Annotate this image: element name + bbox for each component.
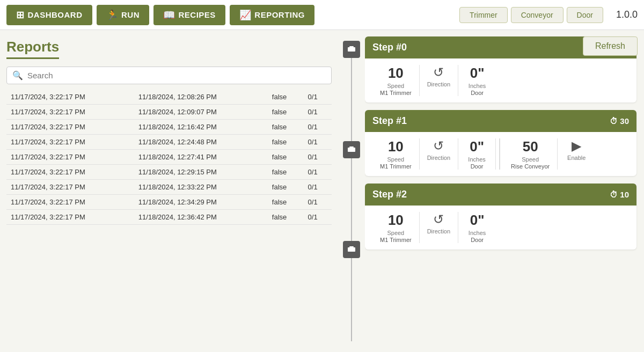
recipes-label: RECIPES xyxy=(179,10,216,19)
metric-value-1-3: 50 xyxy=(523,138,538,155)
metric-label-2-2: Inches xyxy=(469,230,486,236)
step-metric-1-1: ↺Direction xyxy=(420,138,458,170)
step-timer-1: ⏱ 30 xyxy=(610,116,629,126)
table-cell: 11/18/2024, 12:34:29 PM xyxy=(134,195,268,210)
metric-value-1-0: 10 xyxy=(388,138,404,155)
metric-label-1-4: Enable xyxy=(567,155,586,161)
table-cell: 0/1 xyxy=(304,195,332,210)
table-row[interactable]: 11/17/2024, 3:22:17 PM11/18/2024, 12:33:… xyxy=(6,180,332,195)
recipes-button[interactable]: 📖 RECIPES xyxy=(153,5,225,25)
step-metric-2-1: ↺Direction xyxy=(420,212,458,243)
step-title-1: Step #1 xyxy=(372,115,407,127)
table-cell: 11/18/2024, 12:29:15 PM xyxy=(134,165,268,180)
table-cell: false xyxy=(268,195,304,210)
table-cell: 11/17/2024, 3:22:17 PM xyxy=(6,120,134,135)
timeline-dot-1[interactable] xyxy=(343,141,360,158)
table-cell: false xyxy=(268,135,304,150)
table-row[interactable]: 11/17/2024, 3:22:17 PM11/18/2024, 12:34:… xyxy=(6,195,332,210)
table-cell: 11/17/2024, 3:22:17 PM xyxy=(6,90,134,105)
step-title-0: Step #0 xyxy=(372,42,407,53)
table-cell: 11/17/2024, 3:22:17 PM xyxy=(6,150,134,165)
reports-table: 11/17/2024, 3:22:17 PM11/18/2024, 12:08:… xyxy=(6,90,332,225)
metric-sublabel-2-0: M1 Trimmer xyxy=(380,237,412,243)
step-header-2: Step #2⏱ 10 xyxy=(365,184,636,206)
step-metric-2-2: 0"InchesDoor xyxy=(458,212,496,243)
group-separator xyxy=(499,138,500,170)
step-metric-1-4: ▶Enable xyxy=(558,138,595,170)
svg-rect-5 xyxy=(349,246,354,247)
table-cell: 0/1 xyxy=(304,210,332,225)
reporting-label: REPORTING xyxy=(254,10,305,19)
table-cell: 11/18/2024, 12:33:22 PM xyxy=(134,180,268,195)
table-row[interactable]: 11/17/2024, 3:22:17 PM11/18/2024, 12:36:… xyxy=(6,210,332,225)
svg-rect-3 xyxy=(349,146,354,148)
run-icon: 🏃 xyxy=(106,9,119,21)
table-cell: 11/18/2024, 12:16:42 PM xyxy=(134,120,268,135)
table-row[interactable]: 11/17/2024, 3:22:17 PM11/18/2024, 12:08:… xyxy=(6,90,332,105)
metric-sublabel-0-2: Door xyxy=(471,90,484,96)
table-cell: 11/17/2024, 3:22:17 PM xyxy=(6,105,134,120)
timeline-dot-0[interactable] xyxy=(343,41,360,58)
dashboard-label: DASHBOARD xyxy=(28,10,83,19)
tab-conveyor[interactable]: Conveyor xyxy=(511,7,564,23)
metric-value-0-1: ↺ xyxy=(433,65,444,80)
svg-rect-1 xyxy=(349,46,354,47)
dashboard-button[interactable]: ⊞ DASHBOARD xyxy=(6,5,92,25)
metric-value-1-1: ↺ xyxy=(433,138,444,153)
table-cell: false xyxy=(268,180,304,195)
tab-trimmer[interactable]: Trimmer xyxy=(459,7,508,23)
table-cell: 0/1 xyxy=(304,105,332,120)
step-metric-1-2: 0"InchesDoor xyxy=(458,138,496,170)
table-cell: 11/17/2024, 3:22:17 PM xyxy=(6,135,134,150)
table-cell: false xyxy=(268,165,304,180)
refresh-button[interactable]: Refresh xyxy=(583,36,638,56)
table-row[interactable]: 11/17/2024, 3:22:17 PM11/18/2024, 12:27:… xyxy=(6,150,332,165)
table-cell: 11/17/2024, 3:22:17 PM xyxy=(6,195,134,210)
table-cell: 0/1 xyxy=(304,120,332,135)
reporting-button[interactable]: 📈 REPORTING xyxy=(230,5,314,25)
metric-label-1-3: Speed xyxy=(522,156,539,163)
search-bar: 🔍 xyxy=(6,67,332,84)
dashboard-icon: ⊞ xyxy=(16,9,25,21)
timeline-line-0 xyxy=(351,58,352,141)
metric-value-2-1: ↺ xyxy=(433,212,444,227)
metric-value-1-2: 0" xyxy=(470,138,484,155)
step-metric-0-2: 0"InchesDoor xyxy=(458,65,496,96)
table-cell: 11/17/2024, 3:22:17 PM xyxy=(6,210,134,225)
table-row[interactable]: 11/17/2024, 3:22:17 PM11/18/2024, 12:16:… xyxy=(6,120,332,135)
metric-label-1-2: Inches xyxy=(468,156,485,163)
step-card-2: Step #2⏱ 1010SpeedM1 Trimmer↺Direction0"… xyxy=(365,184,636,250)
run-button[interactable]: 🏃 RUN xyxy=(97,5,150,25)
version-label: 1.0.0 xyxy=(616,9,638,20)
table-row[interactable]: 11/17/2024, 3:22:17 PM11/18/2024, 12:09:… xyxy=(6,105,332,120)
timeline-line-1 xyxy=(351,158,352,241)
metric-sublabel-1-3: Rise Conveyor xyxy=(511,163,550,170)
tab-door[interactable]: Door xyxy=(567,7,603,23)
table-cell: false xyxy=(268,105,304,120)
search-input[interactable] xyxy=(27,71,326,80)
metric-sublabel-1-2: Door xyxy=(471,163,484,170)
metric-label-0-1: Direction xyxy=(427,81,450,87)
page-title: Reports xyxy=(6,39,59,59)
metric-sublabel-0-0: M1 Trimmer xyxy=(380,90,412,96)
svg-rect-4 xyxy=(348,247,355,252)
step-metric-1-3: 50SpeedRise Conveyor xyxy=(503,138,558,170)
table-cell: 0/1 xyxy=(304,135,332,150)
table-cell: 11/17/2024, 3:22:17 PM xyxy=(6,180,134,195)
table-cell: 11/17/2024, 3:22:17 PM xyxy=(6,165,134,180)
metric-value-0-2: 0" xyxy=(470,65,485,82)
step-metric-2-0: 10SpeedM1 Trimmer xyxy=(372,212,420,243)
table-row[interactable]: 11/17/2024, 3:22:17 PM11/18/2024, 12:29:… xyxy=(6,165,332,180)
metric-label-0-2: Inches xyxy=(469,83,486,89)
timeline-dot-2[interactable] xyxy=(343,241,360,258)
table-cell: 11/18/2024, 12:24:48 PM xyxy=(134,135,268,150)
tab-group: Trimmer Conveyor Door xyxy=(459,7,603,23)
table-row[interactable]: 11/17/2024, 3:22:17 PM11/18/2024, 12:24:… xyxy=(6,135,332,150)
metric-value-0-0: 10 xyxy=(388,65,404,82)
table-cell: false xyxy=(268,150,304,165)
step-metric-1-0: 10SpeedM1 Trimmer xyxy=(372,138,420,170)
step-title-2: Step #2 xyxy=(372,189,407,200)
table-cell: 0/1 xyxy=(304,165,332,180)
reports-table-container: 11/17/2024, 3:22:17 PM11/18/2024, 12:08:… xyxy=(6,90,332,343)
metric-label-2-1: Direction xyxy=(427,228,450,234)
